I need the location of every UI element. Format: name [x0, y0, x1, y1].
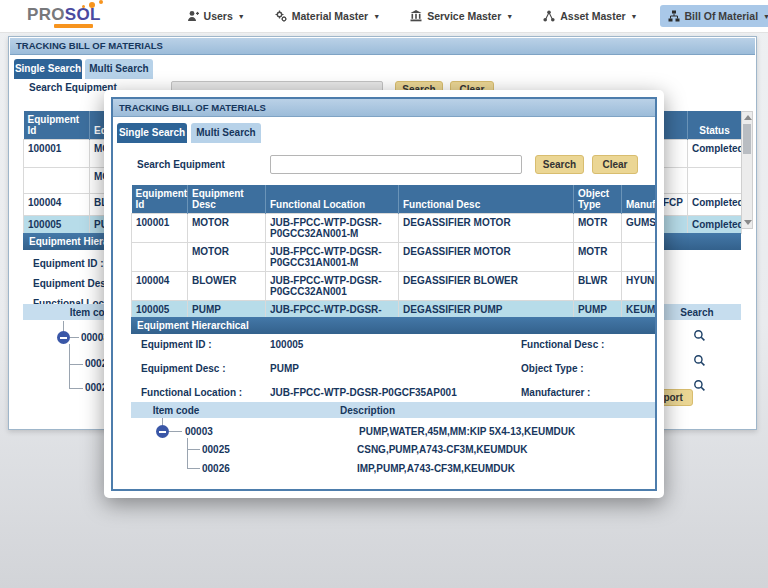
table-row[interactable]: MOTOR JUB-FPCC-WTP-DGSR-P0GCC31AN001-M D…	[132, 243, 658, 272]
functional-desc-label: Functional Desc :	[521, 339, 604, 350]
search-equipment-input[interactable]	[270, 155, 522, 174]
tree-line	[63, 321, 64, 331]
clear-button[interactable]: Clear	[592, 155, 638, 174]
nav-item-users[interactable]: Users ▼	[179, 5, 253, 27]
col-equipment-id: Equipment Id	[132, 185, 188, 214]
network-icon	[543, 10, 555, 22]
cell-id: 100005	[132, 301, 188, 319]
search-col-header: Search	[653, 307, 741, 318]
tree-line	[187, 438, 188, 469]
tree-node-desc: PUMP,WATER,45M,MM:KIP 5X4-13,KEUMDUK	[359, 426, 575, 437]
col-functional-location: Functional Location	[266, 185, 399, 214]
cell-functional-location: JUB-FPCC-WTP-DGSR-P0GCC32AN001-M	[266, 214, 399, 243]
equipment-hierarchical-header: Equipment Hierarchical	[131, 317, 657, 334]
modal-tab-multi-search[interactable]: Multi Search	[191, 123, 261, 143]
cell-manufacturer	[622, 243, 658, 272]
cell-status: Completed	[688, 216, 742, 234]
equipment-desc-label: Equipment Desc :	[141, 363, 225, 374]
tree-node-desc: IMP,PUMP,A743-CF3M,KEUMDUK	[357, 463, 515, 474]
tree-node-code[interactable]: 00003	[185, 426, 213, 437]
tree-node-code[interactable]: 00026	[202, 463, 230, 474]
sitemap-icon	[668, 10, 680, 22]
tree-line	[187, 468, 200, 469]
equipment-table-wrap: Equipment Id Equipment Desc Functional L…	[131, 185, 657, 319]
cell-id: 100001	[132, 214, 188, 243]
cell-functional-desc: DEGASSIFIER PUMP	[399, 301, 574, 319]
col-object-type: Object Type	[574, 185, 622, 214]
logo-molecule-icon	[89, 2, 95, 8]
cell-id: 100004	[24, 194, 90, 216]
cell-desc: MOTOR	[188, 243, 266, 272]
user-plus-icon	[187, 10, 199, 22]
item-code-header: Item code	[131, 405, 221, 416]
tree-collapse-icon[interactable]	[57, 331, 70, 344]
prosol-logo[interactable]: PROSOL	[27, 3, 101, 29]
chevron-down-icon: ▼	[506, 13, 513, 20]
search-icon[interactable]	[693, 329, 706, 342]
manufacturer-label: Manufacturer :	[521, 387, 590, 398]
cell-id: 100004	[132, 272, 188, 301]
description-header: Description	[221, 405, 657, 416]
logo-text-pro: PRO	[27, 5, 65, 24]
equipment-id-label: Equipment ID :	[33, 258, 104, 269]
nav-item-service-master[interactable]: Service Master ▼	[402, 5, 521, 27]
tab-single-search[interactable]: Single Search	[14, 59, 82, 79]
tab-multi-search[interactable]: Multi Search	[85, 59, 153, 79]
cell-object-type: PUMP	[574, 301, 622, 319]
tree-line	[70, 337, 79, 338]
search-icon[interactable]	[693, 354, 706, 367]
cell-object-type: MOTR	[574, 243, 622, 272]
cell-id	[24, 168, 90, 194]
table-row-selected[interactable]: 100005 PUMP JUB-FPCC-WTP-DGSR- DEGASSIFI…	[132, 301, 658, 319]
object-type-label: Object Type :	[521, 363, 584, 374]
nav-item-material-master[interactable]: Material Master ▼	[267, 5, 388, 27]
bank-icon	[410, 10, 422, 22]
cell-functional-location: JUB-FPCC-WTP-DGSR-P0GCC31AN001-M	[266, 243, 399, 272]
tracking-bom-modal: TRACKING BILL OF MATERIALS Single Search…	[104, 90, 664, 498]
col-manufacturer: Manufacturer	[622, 185, 658, 214]
chevron-down-icon: ▼	[763, 13, 768, 20]
logo-underline	[54, 24, 93, 28]
cell-id	[132, 243, 188, 272]
table-row[interactable]: 100004 BLOWER JUB-FPCC-WTP-DGSR-P0GCC32A…	[132, 272, 658, 301]
cell-functional-desc: DEGASSIFIER MOTOR	[399, 214, 574, 243]
main-menu: Users ▼ Material Master ▼ Service Master…	[179, 5, 768, 27]
functional-location-label: Functional Location :	[141, 387, 242, 398]
nav-item-label: Service Master	[427, 10, 501, 22]
scroll-down-icon[interactable]	[744, 220, 752, 225]
col-status: Status	[688, 111, 742, 140]
logo-molecule-icon	[82, 5, 85, 8]
nav-item-label: Users	[204, 10, 233, 22]
nav-item-label: Asset Master	[560, 10, 625, 22]
cell-id: 100001	[24, 140, 90, 168]
scroll-thumb[interactable]	[743, 124, 751, 154]
cell-status	[688, 168, 742, 194]
cell-object-type: BLWR	[574, 272, 622, 301]
modal-tab-single-search[interactable]: Single Search	[117, 123, 187, 143]
tree-line	[162, 418, 163, 425]
col-functional-desc: Functional Desc	[399, 185, 574, 214]
cell-functional-desc: DEGASSIFIER MOTOR	[399, 243, 574, 272]
gears-icon	[275, 10, 287, 22]
search-icon[interactable]	[693, 379, 706, 392]
tree-collapse-icon[interactable]	[156, 425, 169, 438]
tree-line	[69, 364, 83, 365]
nav-item-bill-of-material[interactable]: Bill Of Material ▼	[660, 5, 768, 27]
table-scrollbar[interactable]	[741, 111, 753, 229]
cell-desc: BLOWER	[188, 272, 266, 301]
cell-manufacturer: KEUMDU	[622, 301, 658, 319]
table-row[interactable]: 100001 MOTOR JUB-FPCC-WTP-DGSR-P0GCC32AN…	[132, 214, 658, 243]
search-button[interactable]: Search	[535, 155, 584, 174]
chevron-down-icon: ▼	[373, 13, 380, 20]
modal-title: TRACKING BILL OF MATERIALS	[113, 99, 655, 117]
cell-manufacturer: HYUNDA	[622, 272, 658, 301]
search-equipment-label: Search Equipment	[137, 159, 225, 170]
scroll-up-icon[interactable]	[744, 115, 752, 120]
nav-item-asset-master[interactable]: Asset Master ▼	[535, 5, 645, 27]
chevron-down-icon: ▼	[631, 13, 638, 20]
tree-line	[187, 449, 200, 450]
cell-manufacturer: GUMSUN	[622, 214, 658, 243]
logo-molecule-icon	[99, 0, 103, 4]
tree-line	[169, 431, 182, 432]
tree-node-code[interactable]: 00025	[202, 444, 230, 455]
